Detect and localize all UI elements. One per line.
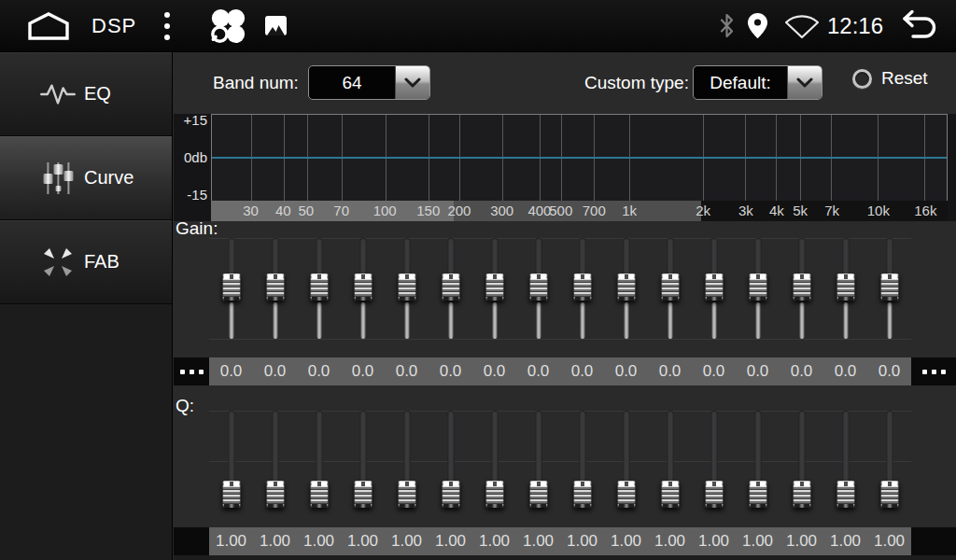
eq-curve-graph: +15 0db -15 3040507010015020030040050070… [174,114,956,221]
slider-track [228,238,234,275]
slider-knob-icon[interactable] [705,273,723,301]
gain-band-slider[interactable] [385,236,429,341]
slider-track-lower [668,302,672,339]
band-scroll-strip[interactable]: 304050701001502003004005007001k2k3k4k5k7… [211,201,948,221]
slider-knob-icon[interactable] [310,273,328,301]
gain-band-slider[interactable] [516,236,560,341]
slider-knob-icon[interactable] [485,481,503,508]
slider-knob-icon[interactable] [354,481,372,508]
q-band-slider[interactable] [867,409,911,513]
q-band-slider[interactable] [341,409,385,513]
slider-knob-icon[interactable] [749,481,766,508]
q-value: 1.00 [867,527,911,555]
slider-knob-icon[interactable] [354,273,372,301]
slider-knob-icon[interactable] [793,481,810,508]
gain-value: 0.0 [297,357,341,385]
gain-band-slider[interactable] [823,236,867,341]
gain-band-slider[interactable] [692,236,736,341]
q-band-slider[interactable] [253,409,297,513]
slider-knob-icon[interactable] [222,481,240,508]
gain-band-slider[interactable] [253,236,297,341]
slider-track [491,411,498,483]
slider-knob-icon[interactable] [880,481,898,508]
q-band-slider[interactable] [648,409,692,513]
slider-knob-icon[interactable] [266,481,284,508]
home-icon[interactable] [26,11,71,41]
q-band-slider[interactable] [297,409,341,513]
q-band-slider[interactable] [429,409,472,513]
scroll-left-button[interactable] [174,357,209,385]
custom-type-dropdown[interactable]: Default: [693,65,822,100]
reset-radio-icon[interactable] [852,69,872,89]
slider-track [447,411,454,483]
gain-band-slider[interactable] [648,236,692,341]
clock: 12:16 [827,13,883,39]
q-band-slider[interactable] [823,409,867,513]
gain-band-slider[interactable] [560,236,604,341]
freq-tick-label: 16k [914,201,936,221]
scroll-right-button[interactable] [911,357,956,385]
gain-band-slider[interactable] [780,236,823,341]
slider-track-lower [755,302,760,339]
q-band-slider[interactable] [780,409,823,513]
slider-knob-icon[interactable] [398,481,415,508]
sidebar-item-eq[interactable]: EQ [0,52,172,136]
slider-knob-icon[interactable] [661,273,679,301]
gain-band-slider[interactable] [341,236,385,341]
slider-knob-icon[interactable] [836,481,854,508]
slider-knob-icon[interactable] [880,273,898,301]
slider-knob-icon[interactable] [617,481,635,508]
slider-knob-icon[interactable] [705,481,723,508]
q-band-slider[interactable] [604,409,648,513]
gain-value: 0.0 [648,357,692,385]
slider-knob-icon[interactable] [485,273,503,301]
apps-launcher-icon[interactable] [209,7,246,45]
slider-knob-icon[interactable] [529,273,547,301]
slider-knob-icon[interactable] [836,273,854,301]
gallery-icon[interactable] [265,16,287,35]
slider-knob-icon[interactable] [573,481,591,508]
chevron-down-icon[interactable] [787,66,822,99]
gain-band-slider[interactable] [209,236,253,341]
gain-band-slider[interactable] [429,236,472,341]
q-band-slider[interactable] [472,409,516,513]
gain-band-slider[interactable] [297,236,341,341]
slider-track-lower [624,302,628,339]
slider-knob-icon[interactable] [442,273,459,301]
slider-track [667,411,673,483]
gain-value: 0.0 [780,357,823,385]
slider-knob-icon[interactable] [661,481,679,508]
gain-band-slider[interactable] [736,236,780,341]
sidebar-item-curve[interactable]: Curve [0,136,172,220]
overflow-menu-icon[interactable] [161,12,174,40]
slider-knob-icon[interactable] [222,273,240,301]
reset-button[interactable]: Reset [852,68,928,89]
gain-band-slider[interactable] [604,236,648,341]
gain-band-slider[interactable] [867,236,911,341]
gain-value: 0.0 [604,357,648,385]
q-band-slider[interactable] [209,409,253,513]
q-band-slider[interactable] [385,409,429,513]
curve-panel: Band num: 64 Custom type: Default: Reset… [174,52,956,560]
slider-knob-icon[interactable] [266,273,284,301]
slider-knob-icon[interactable] [442,481,459,508]
back-icon[interactable] [898,9,941,43]
chevron-down-icon[interactable] [395,66,429,99]
band-num-dropdown[interactable]: 64 [308,65,430,100]
slider-knob-icon[interactable] [529,481,547,508]
sidebar-item-fab[interactable]: FAB [0,220,172,304]
q-band-slider[interactable] [516,409,560,513]
q-band-slider[interactable] [560,409,604,513]
slider-knob-icon[interactable] [617,273,635,301]
band-num-label: Band num: [213,73,299,93]
slider-knob-icon[interactable] [793,273,810,301]
slider-track-lower [536,302,541,339]
q-band-slider[interactable] [736,409,780,513]
slider-knob-icon[interactable] [749,273,766,301]
slider-knob-icon[interactable] [398,273,415,301]
slider-knob-icon[interactable] [573,273,591,301]
freq-tick-label: 700 [583,201,606,221]
q-band-slider[interactable] [692,409,736,513]
gain-band-slider[interactable] [472,236,516,341]
slider-knob-icon[interactable] [310,481,328,508]
